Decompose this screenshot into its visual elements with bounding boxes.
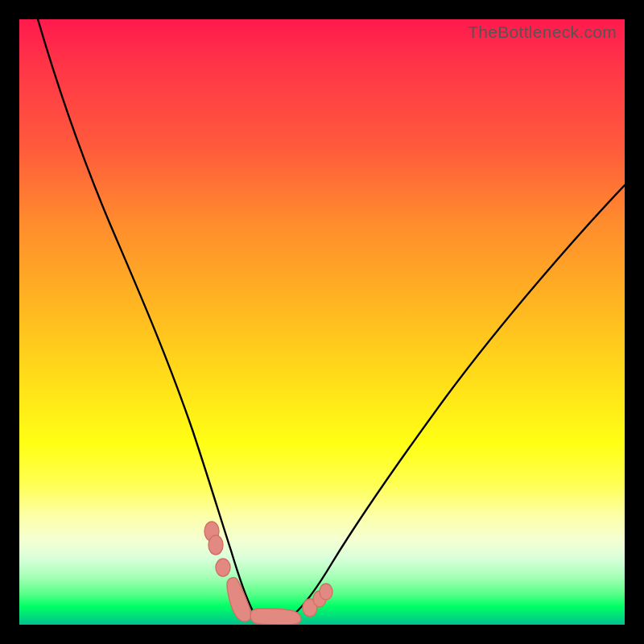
bottleneck-curve: [38, 19, 625, 623]
plot-area: TheBottleneck.com: [19, 19, 625, 625]
curve-overlay: [19, 19, 625, 625]
flat-bottom-blob: [250, 609, 301, 625]
curve-markers: [204, 522, 332, 625]
left-single-nodule: [216, 559, 230, 576]
left-double-nodule-b: [208, 535, 223, 555]
chart-frame: TheBottleneck.com: [0, 0, 644, 644]
right-double-nodule-b: [320, 584, 332, 600]
